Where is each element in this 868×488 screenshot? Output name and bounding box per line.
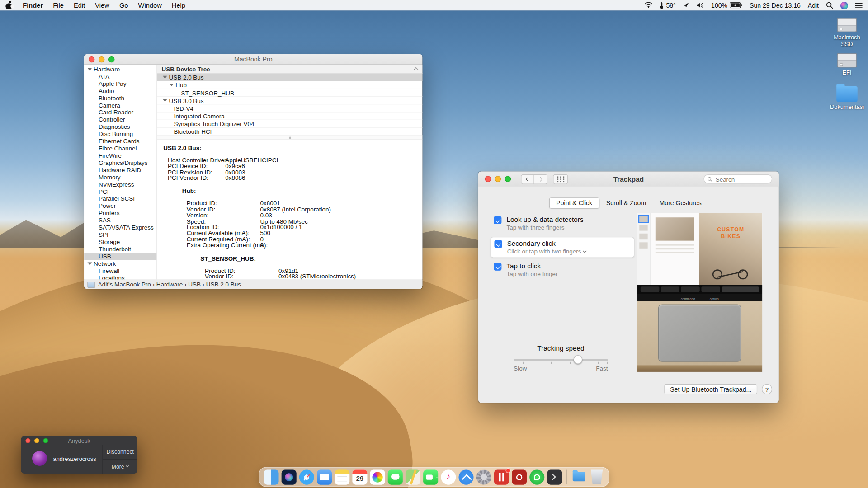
- tree-row-hub[interactable]: Hub: [157, 81, 423, 89]
- sidebar-item-printers[interactable]: Printers: [84, 210, 156, 217]
- dock-icon-itunes[interactable]: [441, 469, 456, 484]
- sidebar-item-ata[interactable]: ATA: [84, 73, 156, 80]
- sidebar-item-controller[interactable]: Controller: [84, 116, 156, 123]
- tracking-speed-slider[interactable]: [514, 355, 608, 364]
- back-button[interactable]: [521, 174, 534, 184]
- pane-splitter[interactable]: [157, 136, 423, 140]
- desktop-icon-efi[interactable]: EFI: [827, 53, 867, 76]
- sidebar-item-camera[interactable]: Camera: [84, 102, 156, 109]
- sidebar-item-card-reader[interactable]: Card Reader: [84, 109, 156, 116]
- dock-icon-mail[interactable]: [317, 469, 332, 484]
- menu-clock[interactable]: Sun 29 Dec 13.16: [750, 2, 801, 9]
- dock-icon-system-preferences[interactable]: [476, 469, 491, 484]
- menu-username[interactable]: Adit: [808, 2, 819, 9]
- menu-item-help[interactable]: Help: [172, 1, 185, 9]
- sidebar-item-hardware-raid[interactable]: Hardware RAID: [84, 167, 156, 174]
- sidebar-item-ethernet-cards[interactable]: Ethernet Cards: [84, 138, 156, 145]
- menu-item-view[interactable]: View: [95, 1, 109, 9]
- notification-center-icon[interactable]: [855, 3, 863, 8]
- sysinfo-titlebar[interactable]: MacBook Pro: [84, 54, 422, 65]
- sidebar-item-firewall[interactable]: Firewall: [84, 267, 156, 274]
- usb-device-tree-header[interactable]: USB Device Tree: [157, 65, 423, 74]
- sidebar-item-disc-burning[interactable]: Disc Burning: [84, 131, 156, 138]
- checkbox-tap-to-click[interactable]: [494, 263, 501, 271]
- sidebar-item-spi[interactable]: SPI: [84, 231, 156, 239]
- slider-track[interactable]: [514, 359, 608, 361]
- option-tap-to-click[interactable]: Tap to click Tap with one finger: [491, 260, 633, 280]
- zoom-button[interactable]: [108, 56, 114, 62]
- desktop-icon-macintosh-ssd[interactable]: Macintosh SSD: [827, 18, 867, 47]
- tree-row-usb-3-bus[interactable]: USB 3.0 Bus: [157, 97, 423, 104]
- dock-icon-facetime[interactable]: [423, 469, 438, 484]
- disclosure-triangle-icon[interactable]: [170, 84, 174, 86]
- checkbox-look-up-data-detectors[interactable]: [494, 216, 501, 224]
- desktop-icon-dokumentasi[interactable]: Dokumentasi: [827, 86, 867, 110]
- dock-icon-messages[interactable]: [388, 469, 403, 484]
- disclosure-triangle-icon[interactable]: [163, 99, 167, 102]
- anydesk-titlebar[interactable]: Anydesk: [21, 436, 137, 445]
- dock-icon-trash[interactable]: [589, 469, 604, 484]
- battery-status[interactable]: 100%: [711, 2, 742, 9]
- search-icon[interactable]: [826, 2, 833, 9]
- setup-bluetooth-trackpad-button[interactable]: Set Up Bluetooth Trackpad...: [664, 384, 757, 394]
- tree-row-usb-2-bus[interactable]: USB 2.0 Bus: [157, 74, 423, 81]
- close-button[interactable]: [89, 56, 94, 62]
- tree-row-synaptics-touch-digitizer[interactable]: Synaptics Touch Digitizer V04: [157, 120, 423, 128]
- trackpad-titlebar[interactable]: Trackpad: [478, 172, 779, 187]
- location-icon[interactable]: [683, 2, 689, 8]
- sidebar-item-parallel-scsi[interactable]: Parallel SCSI: [84, 195, 156, 202]
- minimize-button[interactable]: [34, 438, 39, 443]
- dock-icon-notes[interactable]: [335, 469, 349, 484]
- sidebar-item-graphics-displays[interactable]: Graphics/Displays: [84, 160, 156, 167]
- wifi-icon[interactable]: [645, 2, 653, 8]
- sidebar-item-power[interactable]: Power: [84, 202, 156, 210]
- dock-icon-siri[interactable]: [282, 469, 297, 484]
- dock-icon-safari[interactable]: [299, 469, 314, 484]
- volume-icon[interactable]: [696, 2, 704, 8]
- sidebar-item-pci[interactable]: PCI: [84, 188, 156, 195]
- sidebar-item-locations[interactable]: Locations: [84, 274, 156, 279]
- dock-icon-parallels[interactable]: [494, 469, 509, 484]
- dock-icon-adobe-acrobat[interactable]: [512, 469, 527, 484]
- tree-row-isd-v4[interactable]: ISD-V4: [157, 104, 423, 112]
- tab-scroll-and-zoom[interactable]: Scroll & Zoom: [599, 198, 653, 208]
- menu-item-go[interactable]: Go: [119, 1, 128, 9]
- forward-button[interactable]: [534, 174, 547, 184]
- dock-icon-maps[interactable]: [406, 469, 420, 484]
- dock-icon-app-store[interactable]: [458, 469, 473, 484]
- dock-icon-whatsapp[interactable]: [529, 469, 544, 484]
- close-button[interactable]: [25, 438, 30, 443]
- option-look-up-data-detectors[interactable]: Look up & data detectors Tap with three …: [491, 214, 633, 234]
- sidebar-item-firewire[interactable]: FireWire: [84, 152, 156, 160]
- dock-icon-finder[interactable]: [264, 469, 278, 484]
- collapse-chevron-icon[interactable]: [413, 67, 419, 72]
- menu-item-edit[interactable]: Edit: [74, 1, 85, 9]
- more-button[interactable]: More: [103, 460, 137, 474]
- dock-icon-downloads[interactable]: [571, 469, 586, 484]
- sidebar-item-sata-express[interactable]: SATA/SATA Express: [84, 224, 156, 231]
- tab-more-gestures[interactable]: More Gestures: [653, 198, 708, 208]
- secondary-click-dropdown[interactable]: Click or tap with two fingers: [507, 248, 586, 255]
- sidebar-item-fibre-channel[interactable]: Fibre Channel: [84, 145, 156, 152]
- sidebar-item-sas[interactable]: SAS: [84, 217, 156, 224]
- minimize-button[interactable]: [99, 56, 104, 62]
- tree-row-integrated-camera[interactable]: Integrated Camera: [157, 113, 423, 120]
- sidebar-item-nvmexpress[interactable]: NVMExpress: [84, 181, 156, 188]
- disclosure-triangle-icon[interactable]: [163, 76, 167, 79]
- tree-row-bluetooth-hci[interactable]: Bluetooth HCI: [157, 128, 423, 136]
- slider-knob[interactable]: [573, 355, 582, 364]
- tab-point-and-click[interactable]: Point & Click: [549, 197, 599, 208]
- menu-item-finder[interactable]: Finder: [23, 1, 43, 9]
- sidebar-item-bluetooth[interactable]: Bluetooth: [84, 94, 156, 102]
- sidebar-item-diagnostics[interactable]: Diagnostics: [84, 123, 156, 131]
- minimize-button[interactable]: [495, 176, 501, 182]
- tree-row-st-sensor-hub[interactable]: ST_SENSOR_HUB: [157, 89, 423, 97]
- search-input[interactable]: [714, 175, 768, 183]
- sidebar-group-network[interactable]: Network: [84, 260, 156, 267]
- search-field[interactable]: [703, 174, 772, 184]
- sidebar-item-storage[interactable]: Storage: [84, 239, 156, 246]
- dock-icon-terminal[interactable]: [547, 469, 562, 484]
- help-button[interactable]: ?: [762, 384, 772, 394]
- dock-icon-photos[interactable]: [370, 469, 385, 484]
- zoom-button[interactable]: [505, 176, 511, 182]
